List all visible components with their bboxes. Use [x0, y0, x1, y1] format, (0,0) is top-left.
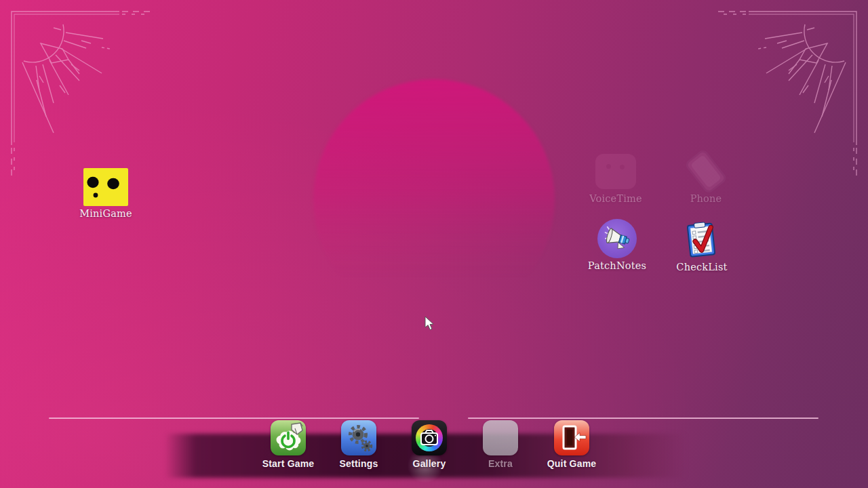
desktop-icon-label: MiniGame	[79, 208, 132, 219]
dock-item-settings[interactable]: Settings	[325, 420, 393, 469]
desktop-icon-patchnotes[interactable]: PatchNotes	[570, 219, 665, 271]
clipboard-check-icon	[682, 220, 722, 260]
dock-item-label: Gallery	[413, 458, 446, 469]
desktop-icon-minigame[interactable]: MiniGame	[58, 168, 153, 219]
dock-item-extra[interactable]: Extra	[467, 420, 534, 469]
desktop-icon-label: Phone	[690, 193, 722, 204]
dock-separator-line-right	[468, 418, 818, 419]
desktop-icon-voicetime[interactable]: VoiceTime	[568, 154, 663, 204]
phone-icon	[684, 148, 728, 195]
desktop-icon-label: PatchNotes	[588, 260, 646, 271]
corner-ornament-top-right	[692, 0, 868, 176]
voice-chat-icon	[595, 154, 636, 189]
dock-item-label: Settings	[340, 458, 378, 469]
dock-item-start-game[interactable]: Start Game	[254, 420, 322, 469]
dock-separator-line-left	[49, 418, 419, 419]
dock-item-label: Start Game	[262, 458, 315, 469]
desktop-icon-checklist[interactable]: CheckList	[654, 220, 749, 272]
megaphone-icon	[597, 219, 637, 258]
game-desktop-screen: MiniGame VoiceTime Phone	[0, 0, 868, 488]
dock-item-gallery[interactable]: Gallery	[395, 420, 463, 469]
dock-item-label: Extra	[488, 458, 513, 469]
desktop-icon-label: VoiceTime	[589, 193, 642, 204]
moon-wallpaper-graphic	[313, 79, 555, 321]
exit-door-icon	[554, 420, 589, 455]
dock-item-quit-game[interactable]: Quit Game	[538, 420, 606, 469]
blank-icon	[483, 420, 518, 455]
desktop-icon-label: CheckList	[676, 262, 727, 272]
corner-ornament-top-left	[0, 0, 176, 176]
desktop-icon-phone[interactable]: Phone	[658, 152, 753, 204]
yellow-face-icon	[83, 168, 128, 206]
rainbow-camera-icon	[412, 420, 447, 455]
sheep-power-icon	[271, 420, 306, 455]
gears-icon	[341, 420, 376, 455]
dock-item-label: Quit Game	[547, 458, 597, 469]
